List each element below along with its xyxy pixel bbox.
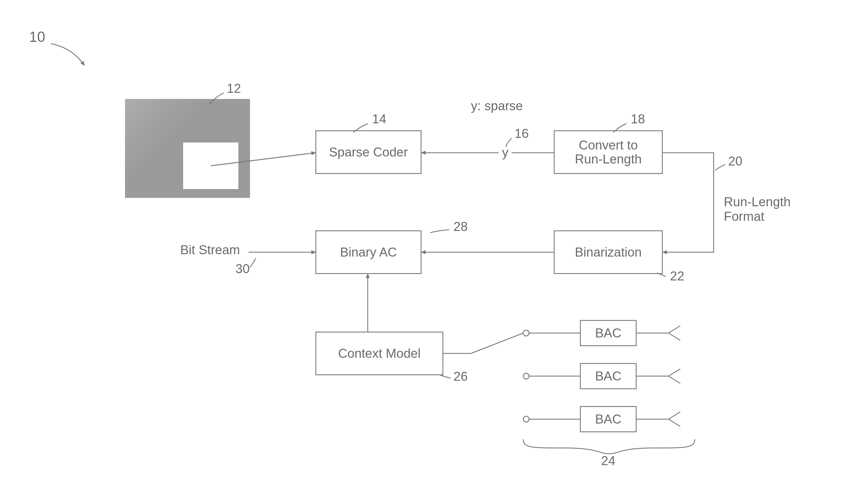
ref-22: 22 xyxy=(670,269,684,283)
y-sparse-title: y: sparse xyxy=(471,99,523,113)
bit-stream-label: Bit Stream xyxy=(180,243,240,257)
context-model-label: Context Model xyxy=(338,346,421,361)
binary-ac-label: Binary AC xyxy=(340,245,397,259)
svg-point-12 xyxy=(523,416,529,422)
ref-12: 12 xyxy=(227,81,241,95)
ref-24: 24 xyxy=(601,454,615,468)
box-binarization: Binarization xyxy=(554,231,663,274)
box-binary-ac: Binary AC xyxy=(315,231,421,274)
ref-14: 14 xyxy=(372,112,386,126)
runlen-l1: Run-Length xyxy=(724,195,791,209)
ref-16: 16 xyxy=(515,127,529,141)
sparse-coder-label: Sparse Coder xyxy=(329,145,408,159)
convert-l2: Run-Length xyxy=(575,152,642,166)
ref-20: 20 xyxy=(728,154,743,168)
runlen-l2: Format xyxy=(724,209,764,223)
box-convert: Convert to Run-Length xyxy=(554,130,663,174)
svg-point-10 xyxy=(523,373,529,379)
bac-2-label: BAC xyxy=(595,369,621,383)
box-bac-3: BAC xyxy=(580,406,637,432)
box-bac-2: BAC xyxy=(580,363,637,389)
ref-26: 26 xyxy=(453,369,468,383)
y-glyph: y xyxy=(502,145,508,159)
box-sparse-coder: Sparse Coder xyxy=(315,130,421,174)
svg-point-8 xyxy=(523,330,529,336)
bac-1-label: BAC xyxy=(595,326,621,340)
bac-3-label: BAC xyxy=(595,412,621,426)
ref-10: 10 xyxy=(29,29,45,45)
overlay-svg xyxy=(0,0,868,498)
svg-line-7 xyxy=(471,333,523,353)
ref-18: 18 xyxy=(631,112,645,126)
input-image-cutout xyxy=(183,143,239,189)
ref-30: 30 xyxy=(235,262,250,276)
binarization-label: Binarization xyxy=(575,245,642,259)
box-bac-1: BAC xyxy=(580,320,637,346)
convert-l1: Convert to xyxy=(575,138,642,152)
box-context-model: Context Model xyxy=(315,332,443,375)
ref-28: 28 xyxy=(453,220,468,234)
